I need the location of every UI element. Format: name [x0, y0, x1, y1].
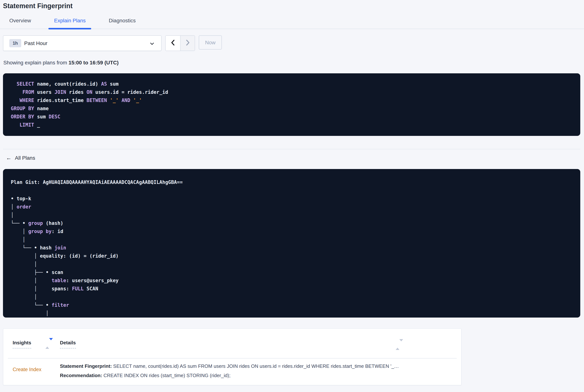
table-row: Create Index Statement Fingerprint: SELE… — [3, 358, 461, 382]
sql-statement-block: SELECT name, count(rides.id) AS sum FROM… — [3, 73, 580, 136]
recommendation-line: Recommendation: CREATE INDEX ON rides (s… — [60, 371, 406, 380]
insights-table-header: Insights Details — [8, 329, 457, 358]
now-button[interactable]: Now — [199, 35, 222, 50]
showing-prefix: Showing explain plans from — [3, 60, 68, 66]
tab-bar: Overview Explain Plans Diagnostics — [0, 11, 584, 29]
sort-icon-insights[interactable] — [45, 340, 49, 347]
sort-icon-details[interactable] — [396, 341, 399, 348]
tab-diagnostics[interactable]: Diagnostics — [103, 18, 141, 29]
chevron-left-icon — [171, 40, 175, 47]
statement-fingerprint-page: Statement Fingerprint Overview Explain P… — [0, 0, 584, 392]
column-header-details[interactable]: Details — [60, 340, 76, 348]
prev-time-button[interactable] — [166, 36, 180, 51]
tab-explain-plans[interactable]: Explain Plans — [48, 18, 91, 29]
recommendation-label: Recommendation: — [60, 373, 102, 378]
interval-badge: 1h — [9, 39, 21, 47]
section-divider — [3, 149, 580, 149]
plan-gist-block: Plan Gist: AgHUAQIABQAAAAHYAQIAiAEAAAADC… — [3, 169, 580, 318]
showing-range-text: Showing explain plans from 15:00 to 16:5… — [3, 60, 584, 66]
page-title: Statement Fingerprint — [0, 0, 584, 11]
all-plans-link[interactable]: ←All Plans — [6, 154, 35, 161]
statement-fingerprint-line: Statement Fingerprint: SELECT name, coun… — [60, 362, 406, 371]
insights-table-card: Insights Details Create Index Statement … — [3, 328, 462, 385]
fingerprint-label: Statement Fingerprint: — [60, 363, 112, 369]
tab-overview[interactable]: Overview — [4, 18, 37, 29]
time-interval-select[interactable]: 1h Past Hour — [3, 35, 161, 51]
next-time-button[interactable] — [180, 36, 195, 51]
insight-details-cell: Statement Fingerprint: SELECT name, coun… — [60, 362, 406, 380]
time-range-value: 15:00 to 16:59 (UTC) — [68, 60, 118, 66]
time-nav-group — [165, 35, 195, 51]
all-plans-label: All Plans — [15, 155, 35, 161]
time-interval-label: Past Hour — [24, 40, 47, 46]
chevron-right-icon — [186, 40, 190, 47]
arrow-left-icon: ← — [6, 154, 11, 161]
insights-header-label: Insights — [13, 340, 31, 348]
details-header-label: Details — [60, 340, 76, 348]
column-header-insights[interactable]: Insights — [13, 340, 31, 348]
time-picker-row: 1h Past Hour Now — [3, 35, 584, 51]
fingerprint-value: SELECT name, count(rides.id) AS sum FROM… — [112, 363, 399, 369]
recommendation-value: CREATE INDEX ON rides (start_time) STORI… — [102, 373, 231, 378]
insight-type-label: Create Index — [13, 367, 41, 372]
chevron-down-icon — [150, 41, 154, 48]
